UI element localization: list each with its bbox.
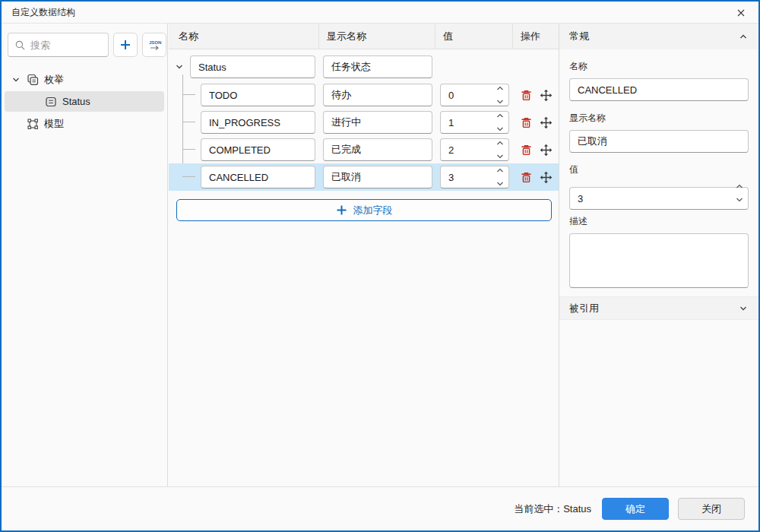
close-dialog-button[interactable]: 关闭	[678, 498, 745, 520]
add-field-label: 添加字段	[353, 204, 393, 217]
inspector-fields: 名称 显示名称 值 描述	[559, 60, 758, 290]
dialog-title: 自定义数据结构	[11, 6, 75, 19]
tree-node-model[interactable]: 模型	[5, 113, 164, 134]
titlebar: 自定义数据结构	[2, 2, 758, 24]
enum-item-icon	[44, 95, 58, 109]
close-icon	[736, 8, 746, 18]
tree-node-enum[interactable]: 枚举	[5, 69, 164, 90]
plus-icon	[336, 204, 347, 216]
description-field-label: 描述	[569, 215, 749, 228]
chevron-up-icon	[738, 31, 749, 42]
sidebar: JSON 枚举	[2, 24, 168, 486]
member-name-input[interactable]	[201, 111, 315, 134]
section-title: 常规	[569, 30, 589, 43]
member-value-spinner	[440, 84, 509, 106]
custom-data-structure-dialog: 自定义数据结构 JSON	[0, 0, 760, 532]
move-icon	[540, 171, 553, 184]
spinner-down-icon[interactable]	[496, 181, 504, 186]
description-field-textarea[interactable]	[569, 233, 749, 288]
chevron-down-icon	[738, 303, 749, 314]
member-value-spinner	[440, 166, 509, 188]
delete-member-button[interactable]	[519, 170, 533, 184]
tree-node-label: Status	[62, 96, 90, 107]
section-title: 被引用	[569, 302, 599, 315]
section-referenced[interactable]: 被引用	[559, 296, 758, 320]
move-member-handle[interactable]	[539, 170, 553, 184]
enum-group-icon	[26, 73, 40, 87]
enum-member-row[interactable]	[169, 163, 559, 191]
enum-parent-row	[169, 52, 559, 81]
display-name-field-label: 显示名称	[569, 112, 749, 125]
tree-node-label: 枚举	[44, 73, 64, 87]
trash-icon	[520, 144, 533, 157]
search-box[interactable]	[8, 33, 109, 57]
tree-node-status[interactable]: Status	[5, 91, 164, 112]
spinner-down-icon[interactable]	[496, 99, 504, 104]
export-json-button[interactable]: JSON	[142, 33, 166, 57]
structure-tree: 枚举 Status	[2, 63, 167, 134]
table-body: 添加字段	[169, 49, 559, 221]
move-member-handle[interactable]	[539, 116, 553, 129]
member-name-input[interactable]	[201, 84, 315, 106]
member-display-name-input[interactable]	[323, 111, 432, 134]
member-display-name-input[interactable]	[323, 84, 432, 106]
enum-member-row[interactable]	[169, 81, 559, 109]
search-input[interactable]	[30, 40, 95, 51]
table-header: 名称 显示名称 值 操作	[169, 24, 559, 49]
member-display-name-input[interactable]	[323, 138, 432, 161]
enum-display-name-input[interactable]	[323, 55, 432, 78]
json-export-icon: JSON	[147, 38, 162, 52]
value-field-label: 值	[569, 163, 749, 176]
close-button[interactable]	[730, 3, 752, 22]
value-field-spinner	[569, 182, 749, 204]
display-name-field-input[interactable]	[569, 130, 749, 153]
spinner-down-icon[interactable]	[496, 126, 504, 131]
column-header-display-name: 显示名称	[318, 24, 435, 49]
plus-icon	[119, 38, 132, 52]
name-field-label: 名称	[569, 60, 749, 73]
spinner-up-icon[interactable]	[496, 113, 504, 119]
trash-icon	[520, 171, 533, 184]
spinner-up-icon[interactable]	[496, 141, 504, 146]
name-field-input[interactable]	[569, 78, 749, 101]
delete-member-button[interactable]	[519, 143, 533, 157]
fields-table-panel: 名称 显示名称 值 操作	[169, 24, 559, 486]
tree-node-label: 模型	[44, 117, 64, 131]
column-header-actions: 操作	[512, 24, 559, 49]
inspector-panel: 常规 名称 显示名称 值 描述 被引用	[559, 24, 758, 486]
section-general[interactable]: 常规	[559, 24, 758, 49]
column-header-value: 值	[435, 24, 512, 49]
member-name-input[interactable]	[201, 138, 315, 161]
add-field-button[interactable]: 添加字段	[176, 199, 552, 221]
chevron-down-icon	[11, 74, 21, 85]
move-member-handle[interactable]	[539, 88, 553, 102]
spinner-down-icon[interactable]	[496, 154, 504, 159]
search-icon	[14, 40, 26, 51]
delete-member-button[interactable]	[519, 116, 533, 129]
footer-bar: 当前选中：Status 确定 关闭	[2, 486, 758, 530]
enum-member-row[interactable]	[169, 109, 559, 136]
trash-icon	[520, 116, 533, 129]
spinner-up-icon[interactable]	[496, 86, 504, 91]
spinner-up-icon[interactable]	[496, 168, 504, 173]
delete-member-button[interactable]	[519, 88, 533, 102]
member-display-name-input[interactable]	[323, 166, 432, 188]
chevron-down-icon[interactable]	[173, 62, 185, 72]
trash-icon	[520, 89, 533, 102]
spinner-up-icon[interactable]	[736, 184, 743, 189]
member-name-input[interactable]	[201, 166, 315, 188]
model-group-icon	[26, 117, 40, 131]
enum-name-input[interactable]	[190, 55, 315, 78]
spinner-down-icon[interactable]	[736, 197, 743, 202]
move-icon	[540, 116, 553, 129]
member-value-spinner	[440, 111, 509, 134]
enum-member-row[interactable]	[169, 136, 559, 163]
move-icon	[540, 89, 553, 102]
member-value-spinner	[440, 138, 509, 161]
svg-text:JSON: JSON	[149, 40, 161, 45]
ok-button[interactable]: 确定	[602, 498, 669, 520]
sidebar-toolbar: JSON	[2, 24, 167, 63]
value-field-input[interactable]	[569, 187, 749, 210]
move-member-handle[interactable]	[539, 143, 553, 157]
add-enum-button[interactable]	[113, 33, 138, 57]
